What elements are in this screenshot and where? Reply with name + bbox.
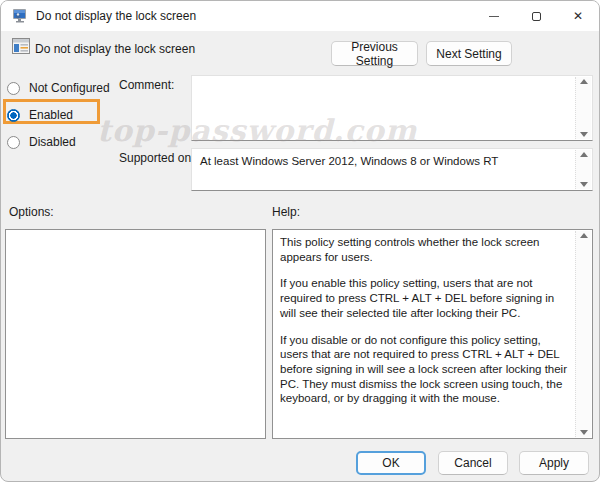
minimize-icon [489, 16, 499, 17]
supported-scrollbar[interactable] [575, 150, 591, 189]
group-policy-monitor-icon [12, 8, 28, 24]
policy-setting-icon [12, 38, 30, 54]
policy-title: Do not display the lock screen [35, 42, 195, 56]
scroll-up-icon[interactable] [580, 233, 588, 238]
policy-dialog-window: Do not display the lock screen ✕ Do not … [0, 0, 600, 482]
window-title: Do not display the lock screen [36, 9, 196, 23]
maximize-icon [532, 12, 541, 21]
comment-textarea[interactable] [191, 75, 593, 141]
maximize-button[interactable] [515, 1, 557, 31]
help-paragraph: If you disable or do not configure this … [280, 333, 568, 407]
radio-circle-disabled[interactable] [7, 136, 20, 149]
options-panel [5, 229, 266, 439]
help-panel[interactable]: This policy setting controls whether the… [272, 229, 593, 439]
apply-button[interactable]: Apply [519, 451, 589, 475]
radio-enabled[interactable]: Enabled [7, 108, 73, 122]
scroll-down-icon[interactable] [580, 182, 588, 187]
help-text: This policy setting controls whether the… [273, 230, 592, 406]
titlebar: Do not display the lock screen ✕ [1, 1, 599, 31]
radio-label-enabled[interactable]: Enabled [29, 108, 73, 122]
scroll-down-icon[interactable] [580, 132, 588, 137]
radio-circle-not-configured[interactable] [7, 82, 20, 95]
scroll-down-icon[interactable] [580, 430, 588, 435]
help-paragraph: This policy setting controls whether the… [280, 235, 568, 264]
ok-button[interactable]: OK [356, 451, 426, 475]
window-controls: ✕ [473, 1, 599, 31]
radio-circle-enabled[interactable] [7, 109, 20, 122]
comment-scrollbar[interactable] [575, 77, 591, 139]
radio-disabled[interactable]: Disabled [7, 135, 76, 149]
radio-label-disabled[interactable]: Disabled [29, 135, 76, 149]
supported-on-textarea[interactable]: At least Windows Server 2012, Windows 8 … [191, 148, 593, 191]
radio-not-configured[interactable]: Not Configured [7, 81, 110, 95]
help-scrollbar[interactable] [575, 231, 591, 437]
close-button[interactable]: ✕ [557, 1, 599, 31]
help-label: Help: [272, 205, 300, 219]
options-label: Options: [9, 205, 54, 219]
comment-label: Comment: [119, 78, 174, 92]
previous-setting-button[interactable]: Previous Setting [331, 41, 418, 66]
close-icon: ✕ [573, 10, 583, 22]
help-paragraph: If you enable this policy setting, users… [280, 276, 568, 320]
minimize-button[interactable] [473, 1, 515, 31]
radio-label-not-configured[interactable]: Not Configured [29, 81, 110, 95]
scroll-up-icon[interactable] [580, 79, 588, 84]
cancel-button[interactable]: Cancel [438, 451, 508, 475]
scroll-up-icon[interactable] [580, 152, 588, 157]
next-setting-button[interactable]: Next Setting [426, 41, 512, 66]
supported-on-label: Supported on: [119, 151, 194, 165]
supported-on-value: At least Windows Server 2012, Windows 8 … [192, 149, 592, 167]
